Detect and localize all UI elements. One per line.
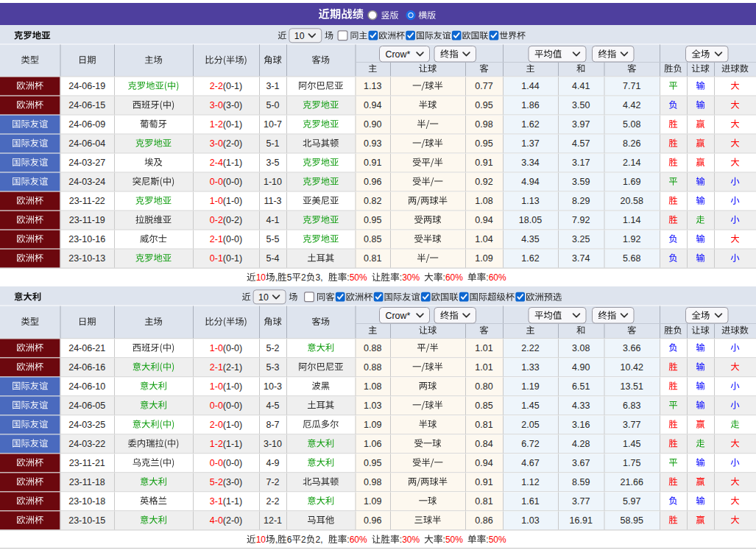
svg-text:4.35: 4.35 [521, 234, 539, 244]
svg-text:3.17: 3.17 [572, 158, 590, 168]
svg-text:0.88: 0.88 [364, 362, 381, 373]
svg-text:0.81: 0.81 [364, 253, 381, 264]
svg-text:0.95: 0.95 [475, 138, 492, 149]
svg-text:3.34: 3.34 [521, 158, 539, 168]
svg-text:1.03: 1.03 [364, 401, 381, 411]
svg-text:(1-0): (1-0) [223, 196, 242, 206]
svg-text:6.72: 6.72 [521, 439, 539, 449]
svg-text:23-11-19: 23-11-19 [69, 215, 105, 225]
svg-text:21.66: 21.66 [621, 477, 643, 487]
svg-text:24-06-10: 24-06-10 [68, 381, 105, 392]
svg-text:0.98: 0.98 [475, 119, 492, 130]
svg-text:4-1: 4-1 [266, 215, 279, 225]
svg-text:60%: 60% [445, 272, 463, 283]
svg-text:0.91: 0.91 [475, 158, 492, 168]
svg-text:1.14: 1.14 [623, 215, 640, 225]
svg-text:1-2: 1-2 [210, 119, 223, 130]
svg-text:(1-1): (1-1) [223, 158, 242, 168]
svg-text:1.33: 1.33 [521, 362, 539, 373]
svg-text:3-10: 3-10 [264, 439, 282, 449]
svg-text:(1-0): (1-0) [223, 381, 242, 392]
svg-text:0.95: 0.95 [364, 458, 381, 468]
svg-text:0.94: 0.94 [364, 100, 381, 110]
svg-text:3.50: 3.50 [572, 100, 590, 110]
svg-text:0-2: 0-2 [210, 215, 223, 225]
svg-text:0.96: 0.96 [364, 515, 381, 526]
svg-text:0.90: 0.90 [364, 119, 381, 130]
svg-text:(2-0): (2-0) [223, 138, 242, 149]
svg-text:11-3: 11-3 [264, 196, 281, 206]
svg-text:3.97: 3.97 [572, 119, 590, 130]
svg-text:3.77: 3.77 [623, 420, 640, 430]
svg-text:0.80: 0.80 [475, 381, 492, 392]
svg-text:4.42: 4.42 [623, 100, 640, 110]
svg-text:23-10-15: 23-10-15 [68, 515, 105, 526]
svg-text:3-1: 3-1 [266, 81, 279, 91]
svg-text:18.05: 18.05 [519, 215, 542, 225]
svg-text:4.94: 4.94 [521, 177, 539, 187]
svg-text:1.69: 1.69 [623, 177, 640, 187]
svg-text:23-11-18: 23-11-18 [69, 477, 105, 487]
svg-text:0.84: 0.84 [475, 439, 492, 449]
svg-text:4-9: 4-9 [266, 458, 279, 468]
svg-text:24-03-22: 24-03-22 [68, 439, 105, 449]
svg-text:4.67: 4.67 [521, 458, 539, 468]
svg-text:7.71: 7.71 [623, 81, 640, 91]
svg-text:23-10-13: 23-10-13 [68, 253, 105, 264]
svg-text:4.41: 4.41 [572, 81, 590, 91]
svg-text:0-0: 0-0 [210, 401, 223, 411]
svg-text:,: , [275, 272, 278, 283]
svg-text:10.42: 10.42 [621, 362, 643, 373]
svg-text:1.09: 1.09 [364, 496, 381, 507]
svg-text:0.85: 0.85 [475, 401, 492, 411]
svg-text:6.51: 6.51 [572, 381, 590, 392]
svg-text:1.04: 1.04 [475, 234, 492, 244]
svg-text:1.01: 1.01 [475, 362, 492, 373]
svg-text:1.45: 1.45 [623, 439, 640, 449]
svg-text:1.09: 1.09 [475, 253, 492, 264]
svg-text:1.01: 1.01 [475, 343, 492, 353]
svg-text:10: 10 [258, 292, 269, 303]
svg-text:2,: 2, [315, 535, 322, 545]
svg-text:2-2: 2-2 [266, 496, 279, 507]
svg-text:8-7: 8-7 [266, 420, 279, 430]
svg-text:(0-0): (0-0) [223, 458, 242, 468]
svg-text:5.97: 5.97 [623, 496, 640, 507]
svg-text:23-10-18: 23-10-18 [68, 496, 105, 507]
svg-text:16.91: 16.91 [570, 515, 593, 526]
svg-text:(3-0): (3-0) [223, 477, 242, 487]
svg-text:10-7: 10-7 [264, 119, 282, 130]
svg-text:4.90: 4.90 [572, 362, 590, 373]
svg-text:30%: 30% [402, 535, 420, 545]
svg-text:24-06-05: 24-06-05 [68, 401, 105, 411]
svg-text:1.45: 1.45 [521, 401, 539, 411]
svg-text:2-2: 2-2 [210, 81, 223, 91]
svg-text:,: , [275, 535, 278, 545]
svg-text:7.92: 7.92 [572, 215, 590, 225]
svg-text:3.67: 3.67 [572, 458, 590, 468]
svg-text:0-1: 0-1 [210, 253, 223, 264]
svg-text:(1-0): (1-0) [223, 420, 242, 430]
svg-text:12-1: 12-1 [264, 515, 282, 526]
svg-text:24-06-04: 24-06-04 [68, 138, 105, 149]
svg-text:60%: 60% [489, 272, 506, 283]
svg-text:24-03-25: 24-03-25 [68, 420, 105, 430]
svg-text:8.59: 8.59 [572, 477, 590, 487]
svg-text:4.33: 4.33 [572, 401, 590, 411]
svg-text:1.92: 1.92 [623, 234, 640, 244]
svg-text:2.22: 2.22 [521, 343, 539, 353]
svg-text:(0-0): (0-0) [223, 343, 242, 353]
svg-text:13.51: 13.51 [621, 381, 643, 392]
svg-text:0.93: 0.93 [364, 138, 381, 149]
svg-text:5.68: 5.68 [623, 253, 640, 264]
svg-text:3,: 3, [315, 272, 322, 283]
svg-text:23-10-16: 23-10-16 [68, 234, 105, 244]
svg-text:3-0: 3-0 [210, 138, 223, 149]
svg-text:0.86: 0.86 [475, 515, 492, 526]
svg-text:(2-1): (2-1) [223, 362, 242, 373]
svg-text:0.91: 0.91 [364, 158, 381, 168]
svg-text:3.59: 3.59 [572, 177, 590, 187]
svg-text:4.28: 4.28 [572, 439, 590, 449]
svg-text:5-2: 5-2 [266, 343, 279, 353]
svg-text:3.74: 3.74 [572, 253, 590, 264]
